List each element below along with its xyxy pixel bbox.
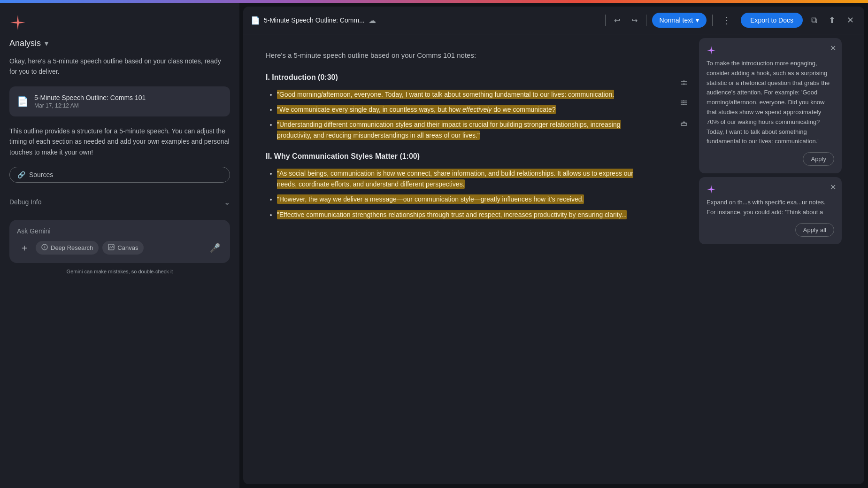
suggestion-card-1: ✕ To make the introduction more engaging… xyxy=(699,38,842,173)
doc-filename: 5-Minute Speech Outline: Comm... xyxy=(264,16,365,24)
suggestion-close-button-1[interactable]: ✕ xyxy=(830,44,836,53)
list-item: "However, the way we deliver a message—o… xyxy=(277,194,650,204)
list-tool-button[interactable] xyxy=(676,94,692,111)
toolbar-divider xyxy=(605,15,606,26)
gemini-logo xyxy=(9,14,26,31)
doc-content: Here's a 5-minute speech outline based o… xyxy=(243,34,673,484)
suggestion-bottom-row: Apply all xyxy=(707,223,834,237)
debug-info-row[interactable]: Debug Info ⌄ xyxy=(9,192,230,212)
redo-button[interactable]: ↪ xyxy=(629,13,640,28)
debug-label: Debug Info xyxy=(9,198,42,206)
suggestion-text-1: To make the introduction more engaging, … xyxy=(707,59,834,147)
suggestion-close-button-2[interactable]: ✕ xyxy=(830,183,836,192)
highlighted-text: "We communicate every single day, in cou… xyxy=(277,105,556,114)
normal-text-button[interactable]: Normal text ▾ xyxy=(652,13,707,28)
ai-suggestions-panel: ✕ To make the introduction more engaging… xyxy=(695,34,864,484)
sidebar: Analysis ▾ Okay, here's a 5-minute speec… xyxy=(0,3,239,488)
doc-toolbar: 📄 5-Minute Speech Outline: Comm... ☁ ↩ ↪… xyxy=(243,7,864,34)
export-to-docs-button[interactable]: Export to Docs xyxy=(741,13,803,28)
outline-description: This outline provides a structure for a … xyxy=(9,126,230,157)
microphone-button[interactable]: 🎤 xyxy=(207,240,223,256)
deep-research-chip[interactable]: Deep Research xyxy=(36,241,99,255)
deep-research-label: Deep Research xyxy=(51,244,93,251)
apply-all-button[interactable]: Apply all xyxy=(795,223,834,237)
analysis-text: Okay, here's a 5-minute speech outline b… xyxy=(9,56,230,77)
gemini-sparkle-icon-2 xyxy=(707,185,716,194)
toolbar-divider-3 xyxy=(712,15,713,26)
link-icon: 🔗 xyxy=(17,171,25,178)
document-card[interactable]: 📄 5-Minute Speech Outline: Comms 101 Mar… xyxy=(9,86,230,116)
section1-bullets: "Good morning/afternoon, everyone. Today… xyxy=(266,89,650,141)
doc-title-area: 📄 5-Minute Speech Outline: Comm... ☁ xyxy=(251,16,599,25)
list-item: "Understanding different communication s… xyxy=(277,119,650,140)
canvas-label: Canvas xyxy=(117,244,138,251)
toolbar-divider-2 xyxy=(646,15,646,26)
sources-button[interactable]: 🔗 Sources xyxy=(9,167,230,183)
cloud-sync-button[interactable]: ☁ xyxy=(369,16,376,25)
suggestion-text-2: Expand on th...s with specific exa...ur … xyxy=(707,198,834,217)
format-tool-button[interactable] xyxy=(676,76,692,93)
doc-info: 5-Minute Speech Outline: Comms 101 Mar 1… xyxy=(34,94,223,109)
highlighted-text: "However, the way we deliver a message—o… xyxy=(277,194,584,204)
ai-panel: ✕ To make the introduction more engaging… xyxy=(695,34,845,248)
highlighted-text: "Good morning/afternoon, everyone. Today… xyxy=(277,90,614,99)
svg-rect-10 xyxy=(681,123,687,125)
highlighted-text: "As social beings, communication is how … xyxy=(277,169,633,188)
undo-button[interactable]: ↩ xyxy=(611,13,623,28)
section1-heading: I. Introduction (0:30) xyxy=(266,71,650,84)
ask-gemini-box: Ask Gemini ＋ Deep Research xyxy=(9,220,230,263)
main-area: 📄 5-Minute Speech Outline: Comm... ☁ ↩ ↪… xyxy=(243,7,864,484)
section2-bullets: "As social beings, communication is how … xyxy=(266,168,650,220)
list-item: "As social beings, communication is how … xyxy=(277,168,650,189)
content-with-tools: Here's a 5-minute speech outline based o… xyxy=(243,34,864,484)
highlighted-text: "Effective communication strengthens rel… xyxy=(277,210,627,219)
disclaimer-text: Gemini can make mistakes, so double-chec… xyxy=(9,269,230,274)
close-button[interactable]: ✕ xyxy=(844,12,857,28)
apply-button-1[interactable]: Apply xyxy=(803,152,834,166)
list-item: "We communicate every single day, in cou… xyxy=(277,104,650,115)
sources-label: Sources xyxy=(29,171,53,178)
highlighted-text: "Understanding different communication s… xyxy=(277,120,621,139)
more-options-button[interactable]: ⋮ xyxy=(718,13,735,28)
canvas-icon xyxy=(108,244,115,252)
tool-sidebar xyxy=(673,72,695,484)
doc-file-icon: 📄 xyxy=(17,96,29,107)
suggestion-card-2: ✕ Expand on th...s with specific exa...u… xyxy=(699,177,842,244)
normal-text-chevron: ▾ xyxy=(696,16,699,24)
analysis-title: Analysis xyxy=(9,39,41,48)
debug-chevron-icon: ⌄ xyxy=(224,198,230,207)
list-item: "Good morning/afternoon, everyone. Today… xyxy=(277,89,650,100)
export-tool-button[interactable] xyxy=(676,113,692,130)
list-item: "Effective communication strengthens rel… xyxy=(277,209,650,220)
chevron-down-icon[interactable]: ▾ xyxy=(45,39,48,48)
ask-gemini-label[interactable]: Ask Gemini xyxy=(17,227,223,235)
section2-heading: II. Why Communication Styles Matter (1:0… xyxy=(266,150,650,163)
copy-button[interactable]: ⧉ xyxy=(808,13,820,28)
deep-research-icon xyxy=(41,244,48,252)
document-icon: 📄 xyxy=(251,16,260,25)
normal-text-label: Normal text xyxy=(660,16,693,24)
intro-text: Here's a 5-minute speech outline based o… xyxy=(266,49,650,62)
add-button[interactable]: ＋ xyxy=(17,240,32,256)
canvas-chip[interactable]: Canvas xyxy=(102,241,144,255)
analysis-header: Analysis ▾ xyxy=(9,39,230,48)
gemini-sparkle-icon-1 xyxy=(707,46,716,55)
doc-card-date: Mar 17, 12:12 AM xyxy=(34,102,223,109)
ask-gemini-actions: ＋ Deep Research xyxy=(17,240,223,256)
doc-card-title: 5-Minute Speech Outline: Comms 101 xyxy=(34,94,223,101)
share-button[interactable]: ⬆ xyxy=(826,12,838,28)
